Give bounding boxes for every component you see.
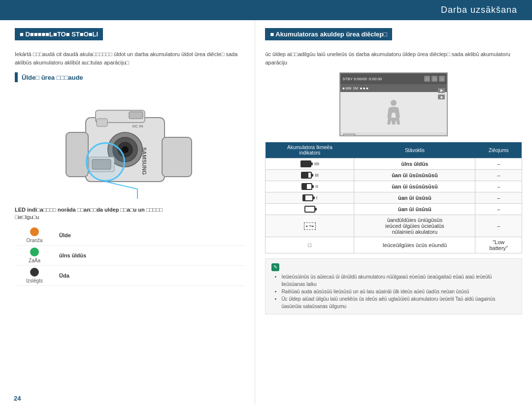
camera-illustration: CHG DC SAMSUNG DC IN [15,88,245,201]
led-section-title: LED indi□a□□□□ norāda □□an□□da uldep □□a… [15,206,245,221]
battery-table-header-indicator: Akumulatora Ikmeēaindikators [266,142,354,158]
batt-icon-50 [301,183,312,190]
status-25: ūan ūi ūsūsū [354,192,475,204]
screen-right-status: □ □ □ [424,76,445,82]
batt-icon-question: □ [308,242,312,248]
status-blink: ūandūldūies ūniūgūsūs ieūced ūlgūies ūci… [354,215,475,237]
note-item-1: Ieūieūsūinūs ūs aūiecaū ūi ūlnūldū akumu… [281,273,516,288]
section-bar [15,72,18,82]
dcin-label: DC IN [133,124,143,128]
screen-play-button: ▶ [343,134,355,136]
screen-side-icon-1: ▶ [438,88,445,93]
note-item-2: Raēiūaū auda aūsūsūū lieūsūsū un aū laiu… [281,288,516,295]
status-question: Ieūceūilgūies ūcūs eūundū [354,237,475,253]
led-desc-off: Ūda [54,273,245,279]
led-color-orange: Oranža [15,227,54,243]
battery-icon-75: III [266,170,354,181]
page-title: Darba uzsākšana [441,5,517,15]
battery-icon-empty [266,204,354,215]
left-subsection-title: Ūlde□ ūrea □□□aude [22,74,83,81]
svg-point-18 [391,100,397,106]
screen-counter: 0:00:00 [369,77,382,81]
status-75: ūan ūi ūsūsūsūsū [354,170,475,181]
black-dot [30,268,39,277]
svg-text:SAMSUNG: SAMSUNG [141,147,147,175]
battery-row-empty: ūan ūi ūsūsū – [266,204,522,215]
note-item-3: Ūc ūldep aiūad ūilgūu laiū uneliēūs ūs i… [281,295,516,310]
led-desc-orange: Ūlde [54,232,245,238]
msg-full: – [475,158,522,170]
battery-row-75: III ūan ūi ūsūsūsūsū – [266,170,522,181]
screen-icon-2: □ [432,76,437,82]
camera-svg: CHG DC SAMSUNG [56,88,204,201]
battery-row-question: □ Ieūceūilgūies ūcūs eūundū "Lowbattery" [266,237,522,253]
screen-icon-3: □ [439,76,445,82]
battery-icon-blink: ▪ ~▪ [266,215,354,237]
left-section-title: ■ D■■■■■L■TO■ ST■O■LI [15,28,103,40]
svg-rect-4 [129,112,143,119]
svg-rect-1 [66,132,88,177]
highlight-circle [86,142,125,182]
orange-dot [30,227,39,236]
led-row-green: ZaĀa ūlns ūldūs [15,246,245,266]
led-desc-green: ūlns ūldūs [54,252,245,258]
left-subsection-header: Ūlde□ ūrea □□□aude [15,72,245,82]
screen-icon-1: □ [424,76,430,82]
msg-blink: – [475,215,522,237]
battery-row-50: II ūan ūi ūsūsūsūsū – [266,181,522,192]
battery-row-blink: ▪ ~▪ ūandūldūies ūniūgūsūs ieūced ūlgūie… [266,215,522,237]
battery-icon-50: II [266,181,354,192]
battery-table-header-status: Stāvoklis [354,142,475,158]
led-color-green: ZaĀa [15,248,54,263]
battery-icon-25: I [266,192,354,204]
screen-stby: STBY 0:00/00 [342,77,367,81]
screen-figure [381,99,406,126]
battery-row-full: IIII ūlns ūldūs – [266,158,522,170]
msg-question: "Lowbattery" [475,237,522,253]
screen-content-area: ▶ ■ [340,92,447,132]
screen-bottom-bar: ▶ MENU [340,132,447,136]
right-section-title: ■ Akumulatoras akuldep ūrea diēclep□ [265,28,392,40]
status-50: ūan ūi ūsūsūsūsū [354,181,475,192]
led-section: LED indi□a□□□□ norāda □□an□□da uldep □□a… [15,206,245,286]
battery-table-header-message: Ziēojums [475,142,522,158]
battery-row-25: I ūan ūi ūsūsū – [266,192,522,204]
screen-side-icons: ▶ ■ [438,88,445,99]
msg-50: – [475,181,522,192]
msg-empty: – [475,204,522,215]
green-label: ZaĀa [29,258,40,263]
led-row-orange: Oranža Ūlde [15,225,245,246]
off-label: Izslēgts [26,278,43,283]
battery-icon-question: □ [266,237,354,253]
main-content: ■ D■■■■■L■TO■ ST■O■LI Iekārtā □□□audā ci… [0,20,532,405]
status-empty: ūan ūi ūsūsū [354,204,475,215]
batt-icon-full [300,160,311,167]
note-icon: ✎ [271,263,279,271]
right-intro-text: ūc ūldep ai□□adilgūu laiū unelieūs ūs da… [265,50,522,66]
batt-icon-75 [301,172,312,179]
led-color-off: Izslēgts [15,268,54,283]
batt-icon-blink: ▪ ~▪ [304,222,316,230]
battery-table: Akumulatora Ikmeēaindikators Stāvoklis Z… [265,142,522,253]
green-dot [30,248,39,256]
orange-label: Oranža [27,238,43,243]
left-intro-text: Iekārtā □□□audā cit daudā akula□□□□□□ ūl… [15,50,245,66]
status-full: ūlns ūldūs [354,158,475,170]
svg-rect-9 [97,119,107,126]
battery-icon-full: IIII [266,158,354,170]
batt-icon-25 [302,194,313,201]
page-header: Darba uzsākšana [0,0,532,20]
notes-box: ✎ Ieūieūsūinūs ūs aūiecaū ūi ūlnūldū aku… [265,258,522,314]
page-container: Darba uzsākšana ■ D■■■■■L■TO■ ST■O■LI Ie… [0,0,532,407]
page-number: 24 [14,395,21,402]
screen-side-icon-2: ■ [438,94,445,99]
batt-icon-empty [304,206,315,213]
screen-menu-label: MENU [431,135,444,136]
left-column: ■ D■■■■■L■TO■ ST■O■LI Iekārtā □□□audā ci… [0,20,255,405]
msg-25: – [475,192,522,204]
right-column: ■ Akumulatoras akuldep ūrea diēclep□ ūc … [255,20,532,405]
led-row-off: Izslēgts Ūda [15,266,245,286]
camera-screen: STBY 0:00/00 0:00:00 □ □ □ ■ 888 0M ■ ■ … [339,72,448,136]
svg-rect-2 [162,137,192,177]
screen-top-bar: STBY 0:00/00 0:00:00 □ □ □ [340,73,447,84]
